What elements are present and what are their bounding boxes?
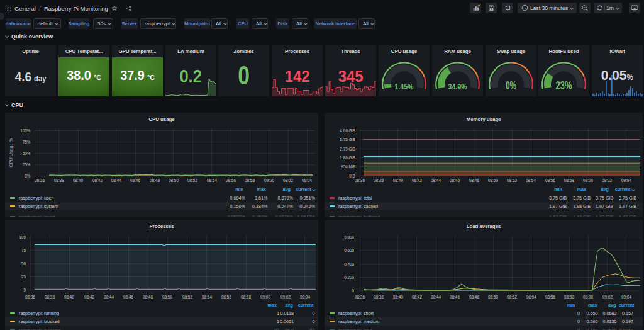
svg-text:0%: 0% (506, 79, 516, 92)
svg-text:23%: 23% (556, 79, 572, 92)
svg-text:1.45%: 1.45% (395, 82, 414, 91)
svg-text:34.9%: 34.9% (448, 82, 467, 91)
